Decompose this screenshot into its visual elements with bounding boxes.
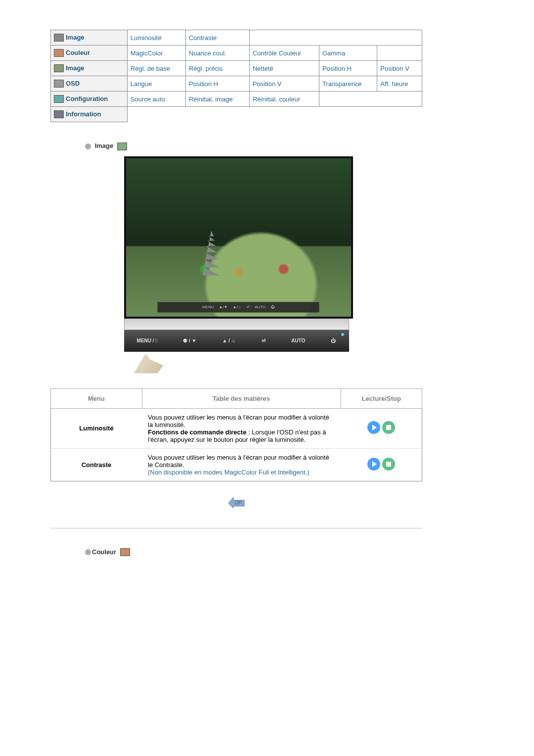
col-header-menu: Menu (51, 388, 142, 408)
nav-cell[interactable]: Langue (127, 76, 185, 92)
nav-cell[interactable]: Contraste (185, 30, 249, 46)
enter-button[interactable]: ⏎ (262, 338, 266, 343)
osd-bar: MENU ▲/▼ ▲/☼ ⏎ AUTO ⏻ (157, 302, 319, 313)
nav-cell[interactable]: Gamma (319, 46, 377, 61)
nav-cell[interactable]: Position V (249, 76, 319, 92)
nav-cell[interactable]: Réinitial. image (185, 92, 249, 107)
table-row: Contraste Vous pouvez utiliser les menus… (51, 448, 422, 481)
menu-nav-table: Image Luminosité Contraste Couleur Magic… (50, 30, 422, 122)
section-title-label: Couleur (92, 548, 116, 556)
nav-empty (319, 92, 422, 107)
monitor-screen: MENU ▲/▼ ▲/☼ ⏎ AUTO ⏻ (124, 156, 353, 319)
nav-cell[interactable]: Nuance coul. (185, 46, 249, 61)
desc-text: Vous pouvez utiliser les menus à l'écran… (148, 454, 329, 469)
section-title-label: Image (95, 142, 114, 149)
scroll-up-button[interactable]: UP (225, 493, 247, 508)
nav-header-information[interactable]: Information (51, 107, 128, 122)
info-icon (54, 110, 64, 118)
nav-cell[interactable]: Position V (377, 61, 422, 76)
nav-cell[interactable]: Position H (319, 61, 377, 76)
nav-header-image[interactable]: Image (51, 30, 128, 46)
osd-icon (54, 80, 64, 88)
nav-empty (377, 46, 422, 61)
bullet-icon (85, 549, 91, 555)
nav-cell[interactable]: Source auto (127, 92, 185, 107)
row-controls (341, 448, 422, 481)
hand-pointer-icon (134, 354, 164, 374)
osd-label: ⏻ (270, 305, 274, 309)
stop-button[interactable] (382, 421, 395, 434)
nav-cell[interactable]: Contrôle Couleur (249, 46, 319, 61)
stop-button[interactable] (382, 458, 395, 471)
bullet-icon (85, 143, 91, 149)
nav-empty (127, 107, 422, 122)
nav-header-image2[interactable]: Image (51, 61, 128, 76)
osd-label: ▲/☼ (233, 305, 241, 309)
row-description: Vous pouvez utiliser les menus à l'écran… (142, 448, 341, 481)
picture-icon (54, 64, 64, 72)
nav-header-couleur[interactable]: Couleur (51, 46, 128, 61)
menu-button[interactable]: MENU / ⃞ (137, 338, 157, 343)
osd-label: ▲/▼ (219, 305, 227, 309)
screen-sample-image (126, 158, 351, 317)
section-title-image: Image (85, 142, 422, 150)
section-title-couleur: Couleur (85, 548, 422, 557)
monitor-bezel (124, 319, 349, 330)
up-brightness-button[interactable]: ▲ / ☼ (222, 338, 235, 343)
row-controls (341, 408, 422, 448)
nav-cell[interactable]: MagicColor (127, 46, 185, 61)
color-icon (54, 49, 64, 57)
play-button[interactable] (367, 421, 380, 434)
desc-text: Vous pouvez utiliser les menus à l'écran… (148, 414, 329, 428)
osd-label: ⏎ (246, 305, 250, 309)
osd-label: MENU (202, 305, 214, 309)
nav-cell[interactable]: Transparence (319, 76, 377, 92)
nav-cell[interactable]: Réinitial. couleur (249, 92, 319, 107)
nav-cell[interactable]: Netteté (249, 61, 319, 76)
nav-empty (249, 30, 422, 46)
desc-note: (Non disponible en modes MagicColor Full… (148, 469, 310, 476)
color-icon (120, 548, 130, 556)
row-menu-label: Contraste (51, 448, 142, 481)
image-icon (54, 34, 64, 42)
down-button[interactable]: ⚈ / ▼ (183, 338, 196, 343)
osd-label: AUTO (255, 305, 266, 309)
nav-cell[interactable]: Aff. heure (377, 76, 422, 92)
nav-cell[interactable]: Régl. de base (127, 61, 185, 76)
desc-bold: Fonctions de commande directe (148, 428, 246, 436)
row-description: Vous pouvez utiliser les menus à l'écran… (142, 408, 341, 448)
monitor-illustration: MENU ▲/▼ ▲/☼ ⏎ AUTO ⏻ MENU / ⃞ ⚈ / ▼ ▲ /… (124, 156, 349, 374)
row-menu-label: Luminosité (51, 408, 142, 448)
image-icon (117, 142, 127, 150)
col-header-toc: Table des matières (142, 388, 341, 408)
table-row: Luminosité Vous pouvez utiliser les menu… (51, 408, 422, 448)
col-header-ls: Lecture/Stop (341, 388, 422, 408)
nav-cell[interactable]: Luminosité (127, 30, 185, 46)
power-button[interactable]: ⏻ (331, 338, 336, 343)
section-divider (50, 528, 422, 528)
play-button[interactable] (367, 458, 380, 471)
description-table: Menu Table des matières Lecture/Stop Lum… (50, 388, 422, 481)
config-icon (54, 95, 64, 103)
nav-header-osd[interactable]: OSD (51, 76, 128, 92)
nav-header-config[interactable]: Configuration (51, 92, 128, 107)
monitor-button-bar: MENU / ⃞ ⚈ / ▼ ▲ / ☼ ⏎ AUTO ⏻ (124, 330, 349, 352)
up-label: UP (235, 500, 242, 506)
power-led-icon (341, 333, 344, 336)
nav-cell[interactable]: Position H (185, 76, 249, 92)
auto-button[interactable]: AUTO (291, 338, 305, 343)
nav-cell[interactable]: Régl. précis (185, 61, 249, 76)
